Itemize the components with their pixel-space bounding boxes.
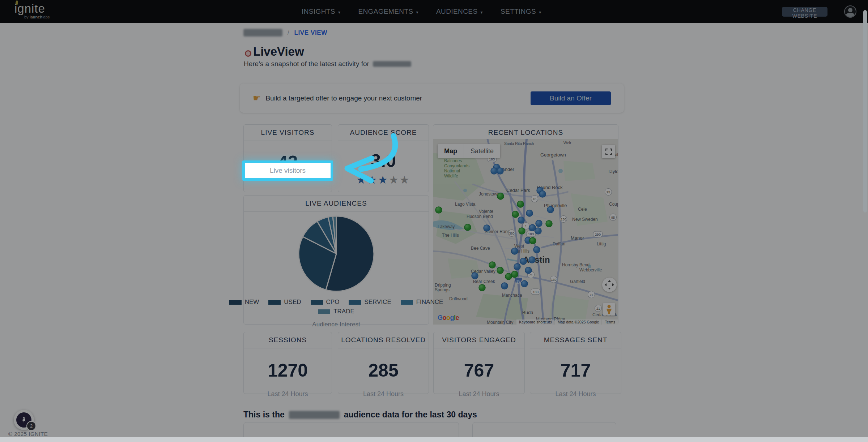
vertical-scrollbar[interactable] — [863, 10, 867, 213]
tour-highlight-live-visitors[interactable]: Live visitors — [242, 160, 333, 181]
tour-arrow-icon — [332, 132, 401, 184]
tour-dim-overlay[interactable] — [0, 0, 868, 437]
horizontal-scrollbar[interactable] — [0, 437, 868, 442]
